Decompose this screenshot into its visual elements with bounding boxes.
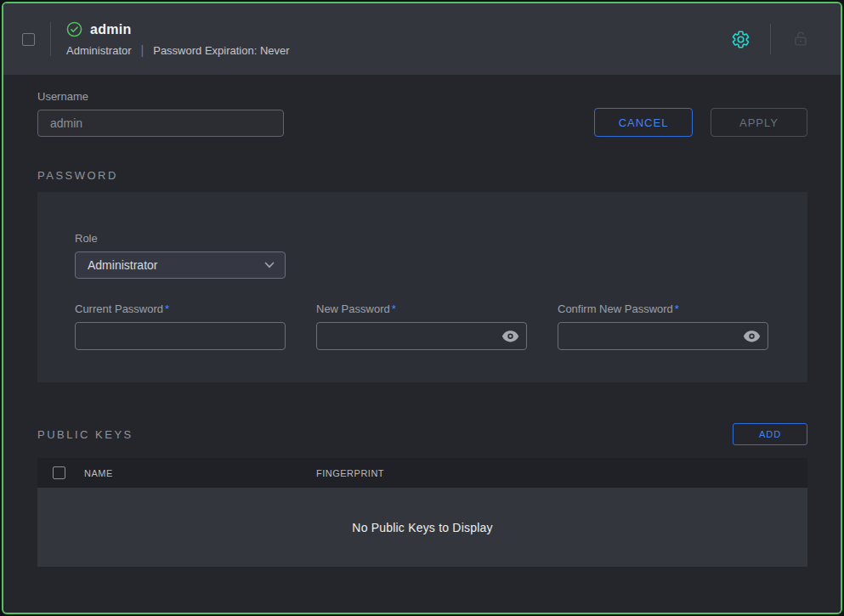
cancel-button[interactable]: CANCEL	[594, 108, 693, 137]
eye-icon	[501, 330, 519, 342]
header-actions	[722, 21, 819, 57]
public-keys-heading: PUBLIC KEYS	[37, 428, 133, 441]
public-keys-empty-state: No Public Keys to Display	[37, 488, 807, 567]
header-actions-divider	[770, 24, 771, 54]
chevron-down-icon	[264, 262, 275, 268]
role-field-group: Role Administrator	[75, 232, 770, 279]
public-keys-table-header: NAME FINGERPRINT	[37, 458, 807, 488]
add-public-key-button[interactable]: ADD	[733, 423, 807, 445]
user-details-panel: admin Administrator | Password Expiratio…	[2, 2, 842, 614]
user-role-text: Administrator	[66, 44, 132, 57]
new-password-visibility-toggle[interactable]	[501, 330, 519, 342]
public-keys-heading-row: PUBLIC KEYS ADD	[37, 423, 807, 445]
required-marker: *	[675, 302, 679, 315]
required-marker: *	[165, 302, 169, 315]
settings-button[interactable]	[722, 21, 758, 57]
confirm-password-visibility-toggle[interactable]	[743, 330, 761, 342]
form-actions: CANCEL APPLY	[594, 108, 807, 137]
confirm-password-input[interactable]	[558, 322, 768, 350]
role-select[interactable]: Administrator	[75, 251, 286, 279]
subtitle-separator: |	[132, 43, 154, 57]
gear-icon	[731, 30, 751, 49]
eye-icon	[743, 330, 761, 342]
role-select-value: Administrator	[88, 258, 157, 272]
confirm-password-label: Confirm New Password*	[558, 302, 768, 315]
column-header-name: NAME	[84, 468, 316, 478]
user-subtitle: Administrator | Password Expiration: Nev…	[66, 43, 290, 57]
username-row: Username CANCEL APPLY	[37, 90, 807, 137]
password-fields-row: Current Password* New Password*	[75, 302, 770, 350]
new-password-input[interactable]	[316, 322, 527, 350]
user-header: admin Administrator | Password Expiratio…	[3, 3, 841, 75]
check-circle-icon	[66, 21, 82, 37]
username-label: Username	[37, 90, 284, 103]
role-label: Role	[75, 232, 770, 245]
username-input[interactable]	[37, 110, 284, 137]
column-header-fingerprint: FINGERPRINT	[316, 468, 384, 478]
username-field-group: Username	[37, 90, 284, 137]
row-select-checkbox[interactable]	[22, 33, 35, 46]
user-title-area: admin Administrator | Password Expiratio…	[66, 21, 290, 57]
new-password-label: New Password*	[316, 302, 527, 315]
apply-button[interactable]: APPLY	[711, 108, 807, 137]
current-password-label: Current Password*	[75, 302, 286, 315]
password-section-heading: PASSWORD	[37, 169, 807, 182]
current-password-group: Current Password*	[75, 302, 286, 350]
password-card: Role Administrator Current Password*	[37, 192, 807, 382]
confirm-password-group: Confirm New Password*	[558, 302, 768, 350]
lock-button[interactable]	[783, 21, 819, 57]
header-divider	[50, 22, 51, 56]
lock-open-icon	[791, 30, 810, 48]
password-expiration-text: Password Expiration: Never	[153, 44, 289, 57]
current-password-input[interactable]	[75, 322, 286, 350]
new-password-group: New Password*	[316, 302, 527, 350]
page-title: admin	[90, 22, 132, 37]
select-all-checkbox[interactable]	[53, 466, 65, 479]
required-marker: *	[392, 302, 396, 315]
user-form: Username CANCEL APPLY PASSWORD Role Admi…	[3, 75, 841, 567]
